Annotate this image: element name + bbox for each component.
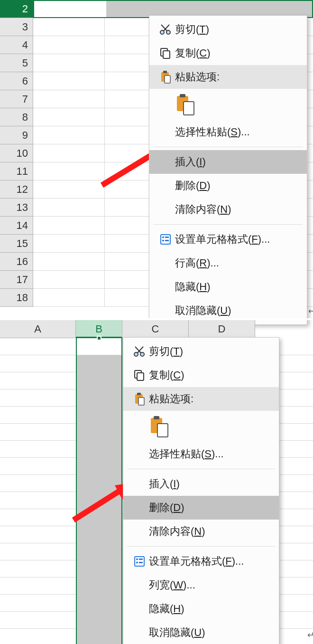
- menu-delete[interactable]: 删除(D): [123, 496, 279, 520]
- menu-format-cells[interactable]: 设置单元格格式(F)...: [123, 549, 279, 573]
- svg-rect-25: [138, 398, 144, 405]
- column-header-C[interactable]: C: [122, 320, 189, 338]
- row-header-7[interactable]: 7: [0, 90, 33, 108]
- active-cell[interactable]: [77, 338, 121, 355]
- clipboard-paste-icon: [175, 93, 196, 116]
- menu-colwidth-label: 列宽(W)...: [149, 578, 268, 592]
- svg-rect-11: [184, 102, 194, 115]
- menu-paste-header-label: 粘贴选项:: [149, 392, 268, 406]
- menu-unhide[interactable]: 取消隐藏(U): [123, 621, 279, 644]
- selected-column-fill: [76, 338, 122, 644]
- row-header-13[interactable]: 13: [0, 199, 33, 217]
- row-header-11[interactable]: 11: [0, 162, 33, 180]
- copy-icon: [130, 369, 149, 381]
- row-header-3[interactable]: 3: [0, 18, 33, 36]
- svg-rect-10: [180, 94, 185, 97]
- svg-rect-24: [137, 393, 141, 395]
- selection-handle[interactable]: [97, 336, 101, 341]
- svg-rect-31: [139, 559, 143, 560]
- menu-separator: [127, 469, 275, 469]
- row-header-10[interactable]: 10: [0, 144, 33, 162]
- menu-copy[interactable]: 复制(C): [149, 41, 307, 65]
- menu-insert[interactable]: 插入(I): [123, 472, 279, 496]
- row-context-menu[interactable]: 剪切(T) 复制(C) 粘贴选项: 选择性粘贴(S)... 插入(I) 删除(D…: [149, 15, 307, 325]
- svg-rect-29: [135, 557, 144, 566]
- row-header-15[interactable]: 15: [0, 235, 33, 253]
- menu-separator: [127, 546, 275, 547]
- paste-icon: [130, 392, 149, 406]
- svg-point-3: [166, 30, 170, 34]
- return-glyph: ↵: [308, 306, 313, 316]
- menu-insert-label: 插入(I): [149, 477, 268, 491]
- return-glyph: ↵: [307, 630, 313, 640]
- row-header-14[interactable]: 14: [0, 217, 33, 235]
- menu-separator: [153, 224, 303, 225]
- svg-rect-7: [163, 71, 167, 73]
- row-header-6[interactable]: 6: [0, 72, 33, 90]
- menu-column-width[interactable]: 列宽(W)...: [123, 573, 279, 597]
- svg-rect-32: [136, 562, 138, 563]
- row-header-9[interactable]: 9: [0, 126, 33, 144]
- svg-rect-33: [139, 562, 143, 563]
- properties-icon: [130, 556, 149, 567]
- row-header-4[interactable]: 4: [0, 36, 33, 54]
- scissors-icon: [130, 345, 149, 358]
- menu-hide-label: 隐藏(H): [149, 602, 268, 616]
- menu-format-label: 设置单元格格式(F)...: [149, 554, 268, 568]
- menu-paste-default[interactable]: [123, 411, 279, 442]
- properties-icon: [156, 234, 175, 245]
- svg-point-2: [160, 30, 164, 34]
- row-header-2[interactable]: 2: [0, 0, 33, 18]
- menu-delete-label: 删除(D): [175, 179, 296, 193]
- svg-point-19: [134, 352, 138, 356]
- menu-hide[interactable]: 隐藏(H): [123, 597, 279, 621]
- row-header-8[interactable]: 8: [0, 108, 33, 126]
- row-header-12[interactable]: 12: [0, 180, 33, 199]
- menu-clear-label: 清除内容(N): [175, 202, 296, 217]
- selected-row-fill: [106, 1, 312, 17]
- menu-hide-label: 隐藏(H): [175, 280, 296, 294]
- svg-rect-27: [154, 416, 159, 419]
- menu-delete[interactable]: 删除(D): [149, 174, 307, 198]
- row-header-17[interactable]: 17: [0, 271, 33, 289]
- menu-clear[interactable]: 清除内容(N): [149, 198, 307, 221]
- menu-paste-special-label: 选择性粘贴(S)...: [149, 447, 268, 461]
- menu-cut-label: 剪切(T): [175, 22, 296, 37]
- menu-paste-special-label: 选择性粘贴(S)...: [175, 125, 296, 139]
- active-cell[interactable]: [34, 1, 105, 17]
- column-header-A[interactable]: A: [0, 320, 76, 338]
- svg-rect-28: [157, 424, 168, 437]
- menu-unhide-label: 取消隐藏(U): [175, 303, 296, 318]
- menu-delete-label: 删除(D): [149, 501, 268, 515]
- menu-format-label: 设置单元格格式(F)...: [175, 232, 296, 246]
- menu-cut[interactable]: 剪切(T): [149, 18, 307, 41]
- row-header-16[interactable]: 16: [0, 253, 33, 271]
- menu-clear-label: 清除内容(N): [149, 524, 268, 539]
- svg-rect-5: [163, 51, 170, 58]
- menu-cut[interactable]: 剪切(T): [123, 340, 279, 363]
- menu-row-height[interactable]: 行高(R)...: [149, 251, 307, 275]
- svg-point-20: [140, 352, 144, 356]
- menu-clear[interactable]: 清除内容(N): [123, 520, 279, 543]
- menu-hide[interactable]: 隐藏(H): [149, 275, 307, 299]
- menu-paste-options-header: 粘贴选项:: [123, 387, 279, 411]
- menu-insert[interactable]: 插入(I): [149, 150, 307, 174]
- menu-unhide-label: 取消隐藏(U): [149, 625, 268, 640]
- column-context-menu[interactable]: 剪切(T) 复制(C) 粘贴选项: 选择性粘贴(S)... 插入(I) 删除(D…: [123, 337, 279, 644]
- menu-copy[interactable]: 复制(C): [123, 363, 279, 387]
- clipboard-paste-icon: [149, 415, 170, 438]
- menu-rowheight-label: 行高(R)...: [175, 256, 296, 270]
- menu-paste-special[interactable]: 选择性粘贴(S)...: [123, 442, 279, 466]
- menu-cut-label: 剪切(T): [149, 344, 268, 359]
- menu-paste-special[interactable]: 选择性粘贴(S)...: [149, 120, 307, 144]
- column-header-D[interactable]: D: [189, 320, 255, 338]
- svg-rect-14: [165, 237, 169, 238]
- menu-copy-label: 复制(C): [149, 368, 268, 382]
- svg-rect-30: [136, 559, 138, 560]
- row-header-5[interactable]: 5: [0, 54, 33, 72]
- row-header-18[interactable]: 18: [0, 289, 33, 307]
- menu-copy-label: 复制(C): [175, 46, 296, 60]
- svg-rect-16: [165, 240, 169, 241]
- menu-paste-default[interactable]: [149, 89, 307, 120]
- menu-format-cells[interactable]: 设置单元格格式(F)...: [149, 227, 307, 251]
